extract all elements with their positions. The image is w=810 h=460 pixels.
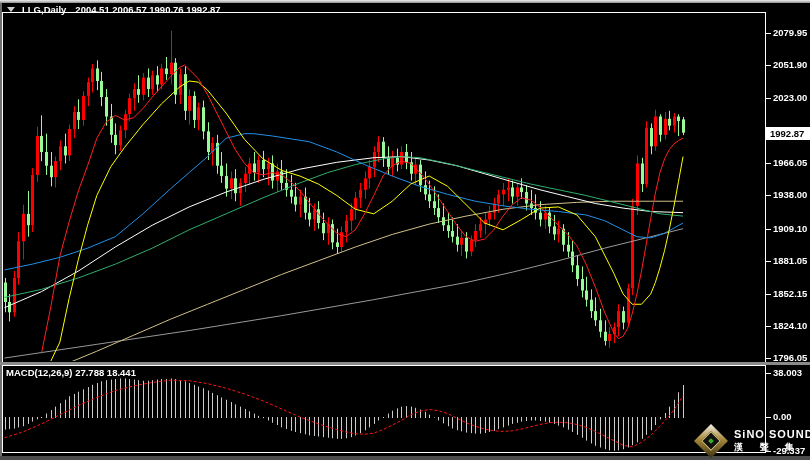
macd-indicator-label: MACD(12,26,9) 27.788 18.441 xyxy=(6,367,136,378)
brand-name-cjk: 漢 聲 集 團 xyxy=(734,441,810,454)
price-tick-label: 1852.15 xyxy=(773,288,807,299)
symbol-timeframe-label: LLG,Daily xyxy=(22,4,66,15)
window-left-edge xyxy=(0,3,2,460)
panel-resize-handle[interactable] xyxy=(0,362,810,365)
window-bottom-edge xyxy=(0,456,810,460)
macd-tick-label: 0.00 xyxy=(773,411,792,422)
price-tick-label: 1966.05 xyxy=(773,157,807,168)
current-price-tag: 1992.87 xyxy=(766,127,810,140)
price-tick-label: 2023.00 xyxy=(773,92,807,103)
trading-chart-window: LLG,Daily 2004.51 2006.57 1990.76 1992.8… xyxy=(0,0,810,460)
price-tick-label: 1938.00 xyxy=(773,189,807,200)
macd-tick-label: 38.003 xyxy=(773,367,802,378)
window-top-edge xyxy=(0,0,810,3)
brand-watermark: SiNO SOUND 漢 聲 集 團 xyxy=(694,424,810,458)
collapse-triangle-icon[interactable] xyxy=(7,7,15,12)
price-tick-label: 1796.05 xyxy=(773,352,807,363)
ohlc-quote: 2004.51 2006.57 1990.76 1992.87 xyxy=(75,4,220,15)
price-tick-label: 2051.90 xyxy=(773,59,807,70)
price-tick-label: 1909.10 xyxy=(773,223,807,234)
brand-name: SiNO SOUND xyxy=(734,428,810,440)
price-tick-label: 1824.10 xyxy=(773,320,807,331)
chart-header: LLG,Daily 2004.51 2006.57 1990.76 1992.8… xyxy=(7,4,221,15)
price-tick-label: 1881.05 xyxy=(773,255,807,266)
price-tick-label: 2079.95 xyxy=(773,27,807,38)
chart-canvas[interactable] xyxy=(0,0,810,460)
diamond-logo-icon xyxy=(694,424,728,458)
